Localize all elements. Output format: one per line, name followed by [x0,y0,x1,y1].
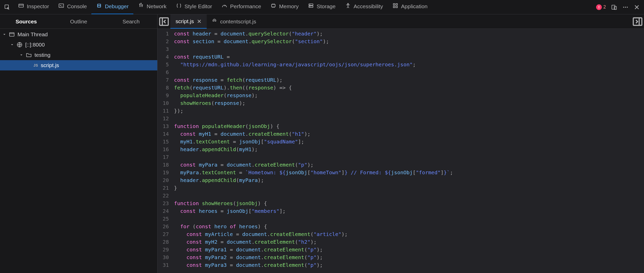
svg-point-16 [623,7,624,8]
js-file-icon: JS [33,63,38,67]
svg-rect-4 [272,4,275,7]
globe-icon [16,42,23,48]
error-count-badge[interactable]: ! 2 [594,4,608,10]
file-label: script.js [41,62,59,68]
pick-element-button[interactable] [2,2,12,12]
tab-memory[interactable]: Memory [266,0,303,14]
source-tree: Main Thread [::]:8000 testing [0,29,157,273]
toggle-sources-panel-button[interactable] [158,14,170,29]
more-tools-button[interactable] [620,2,631,12]
line-number-gutter: 1234567891011121314151617181920212223242… [158,29,172,273]
svg-point-17 [625,7,626,8]
svg-rect-14 [612,5,615,9]
svg-rect-12 [393,6,395,8]
tree-origin[interactable]: [::]:8000 [0,40,157,50]
left-tabs: SourcesOutlineSearch [0,14,157,29]
svg-rect-10 [393,4,395,5]
tree-thread[interactable]: Main Thread [0,29,157,40]
tab-label: Style Editor [185,3,212,10]
svg-rect-5 [309,4,313,5]
error-dot-icon: ! [596,4,602,10]
folder-label: testing [34,52,50,58]
sources-panel: SourcesOutlineSearch Main Thread [::]:80… [0,14,158,273]
network-icon [138,3,144,10]
tab-console[interactable]: Console [54,0,91,14]
tab-style-editor[interactable]: Style Editor [171,0,217,14]
svg-rect-11 [396,4,397,5]
tab-label: Storage [317,3,336,10]
thread-label: Main Thread [18,31,48,38]
toggle-right-panel-button[interactable] [631,14,644,29]
performance-icon [221,3,228,10]
extension-icon [212,18,217,25]
expand-arrow-icon [3,33,6,36]
style-editor-icon [176,3,182,10]
tab-label: Network [147,3,167,10]
application-icon [392,3,398,10]
close-devtools-button[interactable] [632,2,642,12]
svg-point-18 [627,7,628,8]
tab-label: Application [401,3,428,10]
tab-label: Memory [279,3,299,10]
svg-point-9 [347,3,349,4]
tab-network[interactable]: Network [133,0,171,14]
svg-rect-2 [59,4,64,7]
tab-application[interactable]: Application [388,0,432,14]
tab-label: Console [67,3,87,10]
folder-icon [26,52,32,58]
file-tab-contentscript[interactable]: contentscript.js [207,14,261,29]
svg-point-8 [310,7,310,7]
tab-debugger[interactable]: Debugger [91,0,133,14]
tab-label: Performance [230,3,261,10]
tab-label: Debugger [105,3,128,10]
file-tab-bar: script.jscontentscript.js [158,14,644,29]
tab-storage[interactable]: Storage [303,0,340,14]
accessibility-icon [345,3,351,10]
file-tab-label: contentscript.js [220,19,256,25]
svg-point-7 [310,5,310,5]
expand-arrow-icon [10,43,14,47]
svg-rect-6 [309,6,313,7]
svg-rect-1 [19,4,23,7]
tree-file-script[interactable]: JS script.js [0,60,157,70]
close-tab-button[interactable] [197,19,202,24]
inspector-icon [18,3,24,10]
left-tab-outline[interactable]: Outline [53,14,105,29]
tab-accessibility[interactable]: Accessibility [340,0,388,14]
svg-rect-19 [10,33,14,36]
tab-label: Inspector [27,3,49,10]
tab-inspector[interactable]: Inspector [13,0,54,14]
tab-label: Accessibility [354,3,383,10]
left-tab-sources[interactable]: Sources [0,14,53,29]
storage-icon [308,3,314,10]
tab-performance[interactable]: Performance [217,0,266,14]
error-count: 2 [603,4,606,10]
origin-label: [::]:8000 [25,42,45,48]
tree-folder[interactable]: testing [0,50,157,60]
window-icon [9,31,15,38]
expand-arrow-icon [20,53,23,57]
svg-rect-13 [396,6,397,8]
responsive-mode-button[interactable] [609,2,619,12]
code-editor[interactable]: 1234567891011121314151617181920212223242… [158,29,644,273]
console-icon [58,3,64,10]
memory-icon [270,3,276,10]
editor-panel: script.jscontentscript.js 12345678910111… [158,14,644,273]
file-tab-label: script.js [176,18,194,24]
left-tab-search[interactable]: Search [105,14,157,29]
code-content: const header = document.querySelector("h… [172,29,453,273]
file-tab-script[interactable]: script.js [170,14,207,29]
devtools-toolbar: InspectorConsoleDebuggerNetworkStyle Edi… [0,0,644,14]
debugger-icon [96,3,102,10]
